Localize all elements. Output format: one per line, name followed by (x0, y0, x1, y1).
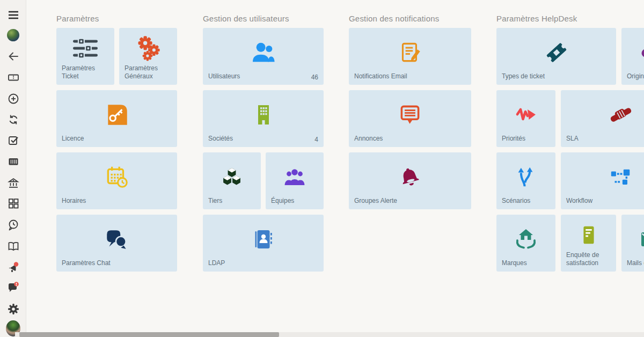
hamburger-icon (7, 9, 20, 21)
back-arrow-icon (7, 50, 20, 63)
sidebar-item-history[interactable] (6, 217, 20, 232)
tile-label: Mails c (627, 259, 644, 268)
sliders-icon (56, 28, 114, 64)
tile-label: SLA (566, 135, 579, 143)
sidebar-item-back[interactable] (6, 49, 20, 63)
tile-label: Équipes (271, 197, 294, 206)
tile-parametres-generaux[interactable]: Paramètres Généraux (119, 28, 177, 85)
tile-parametres-ticket[interactable]: Paramètres Ticket (56, 28, 114, 85)
gear-icon (7, 303, 20, 316)
sync-icon (7, 113, 20, 126)
open-book-icon (7, 240, 20, 253)
tile-label: Licence (62, 135, 84, 143)
tile-enquete-satisfaction[interactable]: Enquête de satisfaction (561, 215, 616, 272)
tile-label: Enquête de satisfaction (566, 251, 611, 268)
tile-label: Utilisateurs (208, 72, 240, 81)
licence-key-icon (56, 90, 177, 135)
home-hands-icon (496, 215, 555, 259)
megaphone-alert-icon (7, 260, 20, 273)
fork-arrows-icon (496, 152, 555, 197)
cubes-icon (203, 152, 261, 197)
sidebar-item-settings[interactable] (6, 302, 20, 316)
tile-label: Marques (502, 259, 527, 268)
sidebar-item-knowledge-base[interactable] (6, 239, 20, 253)
alert-bell-icon (349, 152, 471, 197)
tile-label: Paramètres Ticket (62, 64, 109, 81)
sidebar-item-sync[interactable] (6, 112, 20, 127)
handshake-icon (561, 90, 644, 135)
horizontal-scrollbar-track[interactable] (15, 332, 644, 337)
email-edit-icon (349, 28, 471, 72)
tile-label: Groupes Alerte (354, 197, 397, 206)
tile-label: Priorités (502, 135, 525, 143)
address-book-icon (203, 215, 324, 259)
tile-groupes-alerte[interactable]: Groupes Alerte (349, 152, 471, 209)
chat-badge-icon (7, 281, 20, 294)
tile-types-de-ticket[interactable]: Types de ticket (496, 28, 616, 85)
sidebar-item-tickets[interactable] (6, 70, 20, 84)
group-title-parametres-helpdesk: Paramètres HelpDesk (496, 14, 577, 23)
tile-licence[interactable]: Licence (56, 90, 177, 147)
users-icon (203, 28, 324, 72)
chat-bubbles-icon (56, 215, 177, 259)
tile-label: Horaires (62, 197, 86, 206)
sidebar-item-modules[interactable] (6, 196, 20, 210)
mail-icon (621, 215, 644, 259)
tile-marques[interactable]: Marques (496, 215, 555, 272)
tile-annonces[interactable]: Annonces (349, 90, 471, 147)
announcement-icon (349, 90, 471, 135)
tile-scenarios[interactable]: Scénarios (496, 152, 555, 209)
tile-count: 46 (308, 74, 318, 81)
group-title-gestion-utilisateurs: Gestion des utilisateurs (203, 14, 289, 23)
checkbox-icon (7, 134, 20, 146)
tile-societes[interactable]: Sociétés 4 (203, 90, 324, 147)
settings-dashboard: Paramètres Gestion des utilisateurs Gest… (0, 0, 644, 337)
calendar-clock-icon (56, 152, 177, 197)
tile-label: Sociétés (208, 135, 233, 143)
tile-label: Types de ticket (502, 72, 545, 81)
sidebar-item-inventory[interactable] (6, 154, 20, 169)
sidebar-item-alerts[interactable] (6, 259, 20, 274)
tile-notifications-email[interactable]: Notifications Email (349, 28, 471, 85)
barcode-book-icon (7, 155, 20, 168)
tile-horaires[interactable]: Horaires (56, 152, 177, 209)
tile-origine[interactable]: Origine (621, 28, 644, 85)
tile-label: Workflow (566, 197, 592, 206)
ticket-icon (7, 71, 20, 84)
tile-ldap[interactable]: LDAP (203, 215, 324, 272)
globe-icon (7, 29, 19, 41)
chat-clock-icon (7, 218, 20, 231)
group-title-gestion-notifications: Gestion des notifications (349, 14, 439, 23)
tile-tiers[interactable]: Tiers (203, 152, 261, 209)
tile-utilisateurs[interactable]: Utilisateurs 46 (203, 28, 324, 85)
building-icon (203, 90, 324, 135)
tile-workflow[interactable]: Workflow (561, 152, 644, 209)
ticket-diagonal-icon (496, 28, 616, 72)
tile-label: LDAP (208, 259, 225, 268)
gears-icon (119, 28, 177, 64)
tile-label: Origine (627, 72, 644, 81)
sidebar-item-organization[interactable] (6, 175, 20, 190)
sidebar-item-menu[interactable] (6, 8, 20, 22)
sidebar-item-add[interactable] (6, 91, 20, 106)
sidebar-item-tasks[interactable] (6, 133, 20, 147)
survey-icon (561, 215, 616, 251)
tile-mails[interactable]: Mails c (621, 215, 644, 272)
plus-circle-icon (7, 92, 20, 105)
tile-count: 4 (311, 136, 318, 143)
tile-sla[interactable]: SLA (561, 90, 644, 147)
group-title-parametres: Paramètres (56, 14, 99, 23)
tile-label: Notifications Email (354, 72, 407, 81)
horizontal-scrollbar-thumb[interactable] (19, 332, 279, 337)
tile-parametres-chat[interactable]: Paramètres Chat (56, 215, 177, 272)
workflow-icon (561, 152, 644, 197)
sidebar-item-globe[interactable] (6, 28, 20, 42)
sidebar-item-chat[interactable] (6, 280, 20, 294)
tile-priorites[interactable]: Priorités (496, 90, 555, 147)
bank-icon (7, 177, 20, 189)
tile-equipes[interactable]: Équipes (266, 152, 324, 209)
team-icon (266, 152, 324, 197)
origin-icon (621, 28, 644, 72)
tile-label: Annonces (354, 135, 383, 143)
tile-label: Paramètres Généraux (125, 64, 172, 81)
